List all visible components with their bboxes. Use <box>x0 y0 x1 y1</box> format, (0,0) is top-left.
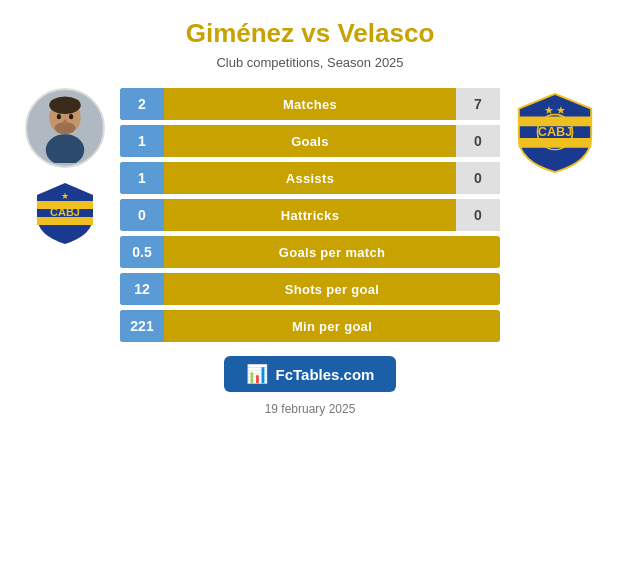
stat-label: Shots per goal <box>164 282 500 297</box>
page-subtitle: Club competitions, Season 2025 <box>216 55 403 70</box>
stat-left-value: 1 <box>120 162 164 194</box>
stat-label: Assists <box>164 171 456 186</box>
stat-left-value: 2 <box>120 88 164 120</box>
stats-area: CABJ ★ 2Matches71Goals01Assists00Hattric… <box>10 88 610 342</box>
page-container: Giménez vs Velasco Club competitions, Se… <box>0 0 620 580</box>
svg-point-6 <box>69 114 73 119</box>
stat-left-value: 0 <box>120 199 164 231</box>
cabj-badge-right-svg: CABJ ★ ★ <box>511 89 599 177</box>
svg-point-5 <box>57 114 61 119</box>
svg-point-2 <box>49 97 81 115</box>
svg-point-7 <box>63 119 67 124</box>
stat-row: 221Min per goal <box>120 310 500 342</box>
left-club-badge: CABJ ★ <box>30 178 100 248</box>
stats-rows: 2Matches71Goals01Assists00Hattricks00.5G… <box>120 88 500 342</box>
stat-right-value: 0 <box>456 125 500 157</box>
fctables-icon: 📊 <box>246 363 268 385</box>
stat-row: 1Goals0 <box>120 125 500 157</box>
stat-left-value: 0.5 <box>120 236 164 268</box>
stat-row: 0Hattricks0 <box>120 199 500 231</box>
stat-label: Matches <box>164 97 456 112</box>
stat-right-value: 0 <box>456 199 500 231</box>
stat-label: Min per goal <box>164 319 500 334</box>
stat-row: 0.5Goals per match <box>120 236 500 268</box>
stat-left-value: 12 <box>120 273 164 305</box>
stat-label: Hattricks <box>164 208 456 223</box>
stat-row: 12Shots per goal <box>120 273 500 305</box>
svg-text:CABJ: CABJ <box>50 206 80 218</box>
stat-label: Goals <box>164 134 456 149</box>
right-side: CABJ ★ ★ <box>500 88 610 178</box>
fctables-text: FcTables.com <box>276 366 375 383</box>
left-side: CABJ ★ <box>10 88 120 248</box>
page-title: Giménez vs Velasco <box>186 18 435 49</box>
stat-right-value: 0 <box>456 162 500 194</box>
date-footer: 19 february 2025 <box>265 402 356 416</box>
cabj-badge-left-svg: CABJ ★ <box>31 179 99 247</box>
stat-left-value: 1 <box>120 125 164 157</box>
svg-text:CABJ: CABJ <box>538 124 573 139</box>
stat-row: 2Matches7 <box>120 88 500 120</box>
player-silhouette-svg <box>30 93 100 163</box>
right-club-badge-large: CABJ ★ ★ <box>510 88 600 178</box>
fctables-logo[interactable]: 📊 FcTables.com <box>224 356 397 392</box>
stat-right-value: 7 <box>456 88 500 120</box>
stat-row: 1Assists0 <box>120 162 500 194</box>
stat-left-value: 221 <box>120 310 164 342</box>
svg-text:★: ★ <box>61 191 69 201</box>
player-photo <box>25 88 105 168</box>
stat-label: Goals per match <box>164 245 500 260</box>
